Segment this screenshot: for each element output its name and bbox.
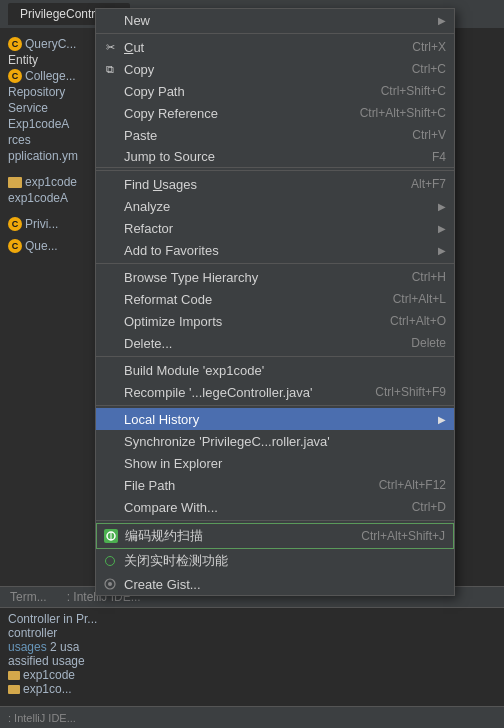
recompile-shortcut: Ctrl+Shift+F9 (375, 385, 446, 399)
menu-label-reformat: Reformat Code (124, 292, 373, 307)
tree-item-repository[interactable]: Repository (0, 84, 100, 100)
menu-item-synchronize[interactable]: Synchronize 'PrivilegeC...roller.java' (96, 430, 454, 452)
content-line-1: Controller in Pr... (8, 612, 496, 626)
menu-label-refactor: Refactor (124, 221, 438, 236)
tree-item-college[interactable]: C College... (0, 68, 100, 84)
menu-label-recompile: Recompile '...legeController.java' (124, 385, 355, 400)
menu-item-file-path[interactable]: File Path Ctrl+Alt+F12 (96, 474, 454, 496)
folder-icon (8, 177, 22, 188)
submenu-arrow-new: ▶ (438, 15, 446, 26)
menu-item-create-gist[interactable]: Create Gist... (96, 573, 454, 595)
menu-label-create-gist: Create Gist... (124, 577, 446, 592)
menu-item-refactor[interactable]: Refactor ▶ (96, 217, 454, 239)
menu-item-add-to-favorites[interactable]: Add to Favorites ▶ (96, 239, 454, 261)
tree-label: exp1codeA (8, 191, 68, 205)
separator-1 (96, 33, 454, 34)
menu-label-paste: Paste (124, 128, 392, 143)
menu-item-compare-with[interactable]: Compare With... Ctrl+D (96, 496, 454, 518)
menu-item-copy-path[interactable]: Copy Path Ctrl+Shift+C (96, 80, 454, 102)
menu-item-cut[interactable]: ✂ Cut Ctrl+X (96, 36, 454, 58)
menu-item-delete[interactable]: Delete... Delete (96, 332, 454, 354)
submenu-arrow-analyze: ▶ (438, 201, 446, 212)
content-line-2: controller (8, 626, 496, 640)
menu-label-code-scan: 编码规约扫描 (125, 527, 341, 545)
code-scan-icon (103, 528, 119, 544)
separator-2 (96, 170, 454, 171)
tree-label: Privi... (25, 217, 58, 231)
copy-shortcut: Ctrl+C (412, 62, 446, 76)
tree-label: rces (8, 133, 31, 147)
delete-shortcut: Delete (411, 336, 446, 350)
tree-label: Service (8, 101, 48, 115)
menu-label-show-explorer: Show in Explorer (124, 456, 446, 471)
menu-label-copy-reference: Copy Reference (124, 106, 340, 121)
copy-reference-shortcut: Ctrl+Alt+Shift+C (360, 106, 446, 120)
menu-item-recompile[interactable]: Recompile '...legeController.java' Ctrl+… (96, 381, 454, 403)
menu-item-local-history[interactable]: Local History ▶ (96, 408, 454, 430)
tree-item-priv[interactable]: C Privi... (0, 216, 100, 232)
submenu-arrow-favorites: ▶ (438, 245, 446, 256)
separator-5 (96, 405, 454, 406)
tree-item-exp1codea2[interactable]: exp1codeA (0, 190, 100, 206)
reformat-shortcut: Ctrl+Alt+L (393, 292, 446, 306)
bottom-content-area: Controller in Pr... controller usages 2 … (0, 608, 504, 700)
menu-label-jump-to-source: Jump to Source (124, 149, 412, 164)
separator-4 (96, 356, 454, 357)
class-icon: C (8, 217, 22, 231)
menu-item-reformat[interactable]: Reformat Code Ctrl+Alt+L (96, 288, 454, 310)
menu-item-analyze[interactable]: Analyze ▶ (96, 195, 454, 217)
tree-item-queryc[interactable]: C QueryC... (0, 36, 100, 52)
menu-item-find-usages[interactable]: Find Usages Alt+F7 (96, 173, 454, 195)
tree-item-rces[interactable]: rces (0, 132, 100, 148)
find-usages-shortcut: Alt+F7 (411, 177, 446, 191)
class-icon: C (8, 37, 22, 51)
content-line-6: exp1co... (8, 682, 496, 696)
tree-label: Exp1codeA (8, 117, 69, 131)
menu-label-build-module: Build Module 'exp1code' (124, 363, 446, 378)
status-text: : IntelliJ IDE... (8, 712, 76, 724)
content-line-4: assified usage (8, 654, 496, 668)
tree-item-service[interactable]: Service (0, 100, 100, 116)
menu-item-paste[interactable]: Paste Ctrl+V (96, 124, 454, 146)
menu-item-copy[interactable]: ⧉ Copy Ctrl+C (96, 58, 454, 80)
menu-label-compare-with: Compare With... (124, 500, 392, 515)
file-path-shortcut: Ctrl+Alt+F12 (379, 478, 446, 492)
separator-6 (96, 520, 454, 521)
menu-item-optimize[interactable]: Optimize Imports Ctrl+Alt+O (96, 310, 454, 332)
scan-icon-inner (104, 529, 118, 543)
menu-label-new: New (124, 13, 438, 28)
menu-item-browse-hierarchy[interactable]: Browse Type Hierarchy Ctrl+H (96, 266, 454, 288)
copy-path-shortcut: Ctrl+Shift+C (381, 84, 446, 98)
menu-label-synchronize: Synchronize 'PrivilegeC...roller.java' (124, 434, 446, 449)
cut-icon: ✂ (102, 39, 118, 55)
status-bar: : IntelliJ IDE... (0, 706, 504, 728)
context-menu: New ▶ ✂ Cut Ctrl+X ⧉ Copy Ctrl+C Copy Pa… (95, 8, 455, 596)
tree-item-entity[interactable]: Entity (0, 52, 100, 68)
menu-label-file-path: File Path (124, 478, 359, 493)
submenu-arrow-refactor: ▶ (438, 223, 446, 234)
tree-item-que[interactable]: C Que... (0, 238, 100, 254)
browse-hierarchy-shortcut: Ctrl+H (412, 270, 446, 284)
menu-label-delete: Delete... (124, 336, 391, 351)
bottom-panel: Term... : IntelliJ IDE... Controller in … (0, 586, 504, 706)
menu-item-realtime[interactable]: 关闭实时检测功能 (96, 549, 454, 573)
tree-item-exp1code-folder[interactable]: exp1code (0, 174, 100, 190)
menu-item-code-scan[interactable]: 编码规约扫描 Ctrl+Alt+Shift+J (96, 523, 454, 549)
menu-item-new[interactable]: New ▶ (96, 9, 454, 31)
tree-label: QueryC... (25, 37, 76, 51)
optimize-shortcut: Ctrl+Alt+O (390, 314, 446, 328)
tree-label: exp1code (25, 175, 77, 189)
tree-item-exp1codea[interactable]: Exp1codeA (0, 116, 100, 132)
submenu-arrow-local-history: ▶ (438, 414, 446, 425)
menu-label-copy-path: Copy Path (124, 84, 361, 99)
menu-item-jump-to-source[interactable]: Jump to Source F4 (96, 146, 454, 168)
menu-item-copy-reference[interactable]: Copy Reference Ctrl+Alt+Shift+C (96, 102, 454, 124)
menu-label-find-usages: Find Usages (124, 177, 391, 192)
jump-shortcut: F4 (432, 150, 446, 164)
menu-item-show-explorer[interactable]: Show in Explorer (96, 452, 454, 474)
tree-item-application[interactable]: pplication.ym (0, 148, 100, 164)
menu-item-build-module[interactable]: Build Module 'exp1code' (96, 359, 454, 381)
menu-label-optimize: Optimize Imports (124, 314, 370, 329)
terminal-tab[interactable]: Term... (0, 587, 57, 607)
menu-label-realtime: 关闭实时检测功能 (124, 552, 446, 570)
